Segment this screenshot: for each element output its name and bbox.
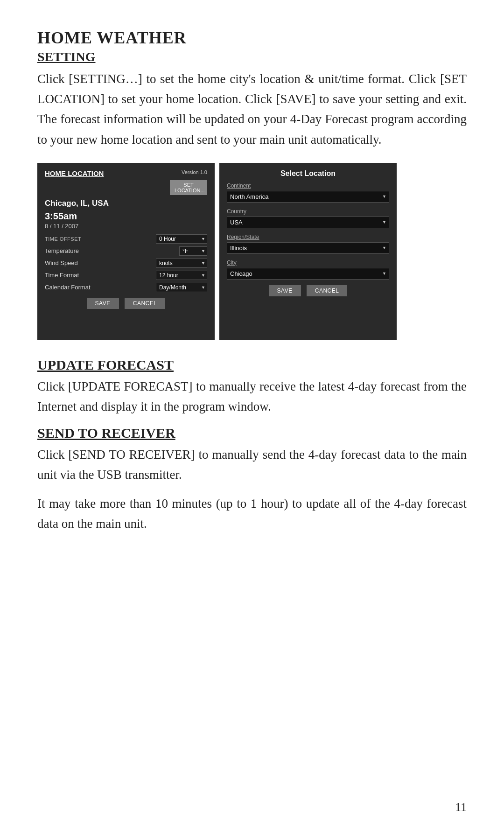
right-save-button[interactable]: SAVE: [269, 285, 301, 296]
calendar-format-select[interactable]: Day/Month Month/Day: [156, 283, 207, 292]
continent-label: Continent: [227, 182, 389, 189]
right-cancel-button[interactable]: CANCEL: [307, 285, 348, 296]
update-forecast-heading: UPDATE FORECAST: [37, 357, 467, 373]
send-to-receiver-text-2: It may take more than 10 minutes (up to …: [37, 494, 467, 534]
wind-speed-select-wrapper: knots mph km/h: [156, 259, 207, 268]
country-select-wrapper: USA Canada Mexico: [227, 217, 389, 228]
city-select[interactable]: Chicago Springfield Rockford: [227, 268, 389, 280]
time-offset-select[interactable]: 0 Hour 1 Hour 2 Hour -1 Hour: [156, 234, 207, 244]
setting-intro-text: Click [SETTING…] to set the home city's …: [37, 69, 467, 150]
time-format-row: Time Format 12 hour 24 hour: [45, 271, 207, 280]
panel-left-header: HOME LOCATION Version 1.0: [45, 169, 207, 177]
right-panel-buttons: SAVE CANCEL: [227, 285, 389, 296]
wind-speed-label: Wind Speed: [45, 259, 78, 266]
country-select[interactable]: USA Canada Mexico: [227, 217, 389, 228]
send-to-receiver-heading: SEND TO RECEIVER: [37, 425, 467, 441]
temperature-select[interactable]: °F °C: [179, 246, 207, 256]
time-format-select-wrapper: 12 hour 24 hour: [156, 271, 207, 280]
continent-select[interactable]: North America South America Europe Asia …: [227, 191, 389, 203]
region-select[interactable]: Illinois California Texas Florida New Yo…: [227, 242, 389, 254]
page-title: HOME WEATHER: [37, 28, 467, 48]
update-forecast-text: Click [UPDATE FORECAST] to manually rece…: [37, 377, 467, 417]
setting-heading: SETTING: [37, 49, 467, 64]
calendar-format-row: Calendar Format Day/Month Month/Day: [45, 283, 207, 292]
country-label: Country: [227, 208, 389, 215]
region-label: Region/State: [227, 234, 389, 240]
set-location-button[interactable]: SET LOCATION...: [170, 180, 207, 195]
time-offset-select-wrapper: 0 Hour 1 Hour 2 Hour -1 Hour: [156, 234, 207, 244]
city-display: Chicago, IL, USA: [45, 199, 207, 208]
version-label: Version 1.0: [182, 169, 207, 175]
left-panel-buttons: SAVE CANCEL: [45, 298, 207, 309]
temperature-row: Temperature °F °C: [45, 246, 207, 256]
time-format-label: Time Format: [45, 272, 79, 279]
calendar-format-select-wrapper: Day/Month Month/Day: [156, 283, 207, 292]
time-format-select[interactable]: 12 hour 24 hour: [156, 271, 207, 280]
wind-speed-select[interactable]: knots mph km/h: [156, 259, 207, 268]
time-offset-label: TIME OFFSET: [45, 236, 81, 242]
page-number: 11: [455, 800, 467, 814]
panel-left-title: HOME LOCATION: [45, 169, 104, 177]
send-to-receiver-text-1: Click [SEND TO RECEIVER] to manually sen…: [37, 445, 467, 485]
date-display: 8 / 11 / 2007: [45, 223, 207, 230]
continent-select-wrapper: North America South America Europe Asia …: [227, 191, 389, 203]
city-select-wrapper: Chicago Springfield Rockford: [227, 268, 389, 280]
left-cancel-button[interactable]: CANCEL: [125, 298, 166, 309]
panels-container: HOME LOCATION Version 1.0 SET LOCATION..…: [37, 163, 467, 340]
home-location-panel: HOME LOCATION Version 1.0 SET LOCATION..…: [37, 163, 215, 340]
wind-speed-row: Wind Speed knots mph km/h: [45, 259, 207, 268]
calendar-format-label: Calendar Format: [45, 284, 91, 291]
select-location-panel: Select Location Continent North America …: [219, 163, 397, 340]
left-save-button[interactable]: SAVE: [87, 298, 119, 309]
city-label: City: [227, 259, 389, 266]
temperature-select-wrapper: °F °C: [179, 246, 207, 256]
region-select-wrapper: Illinois California Texas Florida New Yo…: [227, 242, 389, 254]
temperature-label: Temperature: [45, 247, 79, 254]
select-location-title: Select Location: [227, 169, 389, 178]
time-display: 3:55am: [45, 211, 207, 222]
time-offset-row: TIME OFFSET 0 Hour 1 Hour 2 Hour -1 Hour: [45, 234, 207, 244]
